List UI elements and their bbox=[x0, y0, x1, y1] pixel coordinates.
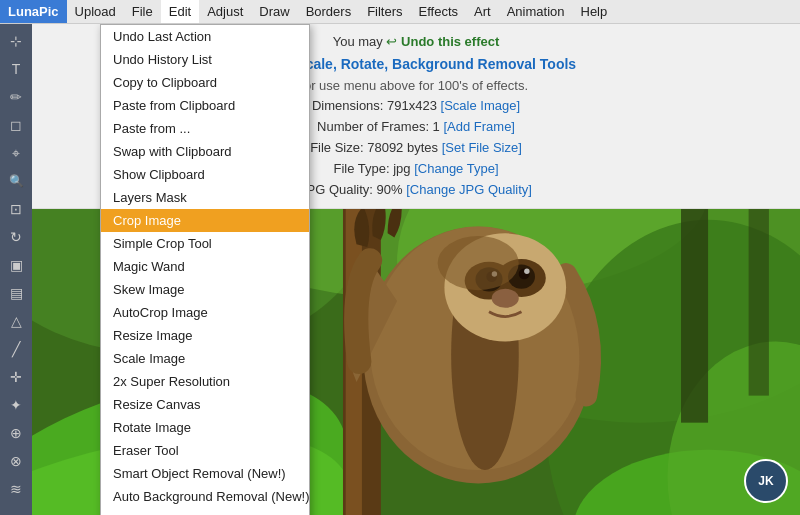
svg-rect-25 bbox=[681, 209, 708, 423]
edit-dropdown-menu: Undo Last Action Undo History List Copy … bbox=[100, 24, 310, 515]
menu-draw[interactable]: Draw bbox=[251, 0, 297, 23]
user-avatar[interactable]: JK bbox=[744, 459, 788, 503]
filetype-label: File Type: jpg bbox=[333, 161, 414, 176]
menu-auto-blur-bg[interactable]: Auto Blur Background (New!) bbox=[101, 508, 309, 515]
svg-point-21 bbox=[492, 289, 519, 308]
filesize-label: File Size: 78092 bytes bbox=[310, 140, 442, 155]
svg-rect-26 bbox=[749, 209, 769, 396]
quality-label: JPG Quality: 90% bbox=[300, 182, 406, 197]
menu-animation[interactable]: Animation bbox=[499, 0, 573, 23]
menu-resize-canvas[interactable]: Resize Canvas bbox=[101, 393, 309, 416]
line-tool-icon[interactable]: ╱ bbox=[3, 336, 29, 362]
menu-help[interactable]: Help bbox=[573, 0, 616, 23]
brush-tool-icon[interactable]: ✏ bbox=[3, 84, 29, 110]
app-logo[interactable]: LunaPic bbox=[0, 0, 67, 23]
undo-prefix: You may bbox=[333, 34, 387, 49]
sub-text: or use menu above for 100's of effects. bbox=[304, 78, 528, 93]
svg-point-22 bbox=[438, 236, 519, 290]
dimensions-link[interactable]: [Scale Image] bbox=[441, 98, 521, 113]
eraser-tool-icon[interactable]: ◻ bbox=[3, 112, 29, 138]
menu-paste-from[interactable]: Paste from ... bbox=[101, 117, 309, 140]
wand-tool-icon[interactable]: ✦ bbox=[3, 392, 29, 418]
menu-edit[interactable]: Edit bbox=[161, 0, 199, 23]
menu-art[interactable]: Art bbox=[466, 0, 499, 23]
menu-layers-mask[interactable]: Layers Mask bbox=[101, 186, 309, 209]
menu-autocrop[interactable]: AutoCrop Image bbox=[101, 301, 309, 324]
left-toolbar: ⊹ T ✏ ◻ ⌖ 🔍 ⊡ ↻ ▣ ▤ △ ╱ ✛ ✦ ⊕ ⊗ ≋ bbox=[0, 24, 32, 515]
select-tool-icon[interactable]: ⊹ bbox=[3, 28, 29, 54]
filesize-link[interactable]: [Set File Size] bbox=[442, 140, 522, 155]
menu-undo-history[interactable]: Undo History List bbox=[101, 48, 309, 71]
menu-simple-crop[interactable]: Simple Crop Tool bbox=[101, 232, 309, 255]
menu-bar: LunaPic Upload File Edit Adjust Draw Bor… bbox=[0, 0, 800, 24]
dimensions-label: Dimensions: 791x423 bbox=[312, 98, 441, 113]
main-area: ⊹ T ✏ ◻ ⌖ 🔍 ⊡ ↻ ▣ ▤ △ ╱ ✛ ✦ ⊕ ⊗ ≋ Undo L… bbox=[0, 24, 800, 515]
quality-link[interactable]: [Change JPG Quality] bbox=[406, 182, 532, 197]
heal-tool-icon[interactable]: ⊗ bbox=[3, 448, 29, 474]
crop-tool-icon[interactable]: ⊡ bbox=[3, 196, 29, 222]
eyedropper-tool-icon[interactable]: ⌖ bbox=[3, 140, 29, 166]
menu-auto-bg-removal[interactable]: Auto Background Removal (New!) bbox=[101, 485, 309, 508]
menu-crop-image[interactable]: Crop Image bbox=[101, 209, 309, 232]
smudge-tool-icon[interactable]: ≋ bbox=[3, 476, 29, 502]
svg-point-20 bbox=[524, 269, 529, 274]
menu-resize-image[interactable]: Resize Image bbox=[101, 324, 309, 347]
menu-show-clipboard[interactable]: Show Clipboard bbox=[101, 163, 309, 186]
menu-file[interactable]: File bbox=[124, 0, 161, 23]
menu-rotate-image[interactable]: Rotate Image bbox=[101, 416, 309, 439]
undo-link[interactable]: Undo this effect bbox=[401, 34, 499, 49]
rotate-tool-icon[interactable]: ↻ bbox=[3, 224, 29, 250]
content-area: Undo Last Action Undo History List Copy … bbox=[32, 24, 800, 515]
menu-super-resolution[interactable]: 2x Super Resolution bbox=[101, 370, 309, 393]
menu-smart-object[interactable]: Smart Object Removal (New!) bbox=[101, 462, 309, 485]
menu-eraser-tool[interactable]: Eraser Tool bbox=[101, 439, 309, 462]
zoom-tool-icon[interactable]: 🔍 bbox=[3, 168, 29, 194]
menu-effects[interactable]: Effects bbox=[411, 0, 467, 23]
text-tool-icon[interactable]: T bbox=[3, 56, 29, 82]
menu-scale-image[interactable]: Scale Image bbox=[101, 347, 309, 370]
menu-adjust[interactable]: Adjust bbox=[199, 0, 251, 23]
filetype-link[interactable]: [Change Type] bbox=[414, 161, 498, 176]
frames-label: Number of Frames: 1 bbox=[317, 119, 443, 134]
menu-paste-clipboard[interactable]: Paste from Clipboard bbox=[101, 94, 309, 117]
move-tool-icon[interactable]: ✛ bbox=[3, 364, 29, 390]
shapes-tool-icon[interactable]: △ bbox=[3, 308, 29, 334]
menu-magic-wand[interactable]: Magic Wand bbox=[101, 255, 309, 278]
undo-icon: ↩ bbox=[386, 34, 397, 49]
clone-tool-icon[interactable]: ⊕ bbox=[3, 420, 29, 446]
gradient-tool-icon[interactable]: ▤ bbox=[3, 280, 29, 306]
menu-skew-image[interactable]: Skew Image bbox=[101, 278, 309, 301]
menu-upload[interactable]: Upload bbox=[67, 0, 124, 23]
menu-undo-last[interactable]: Undo Last Action bbox=[101, 25, 309, 48]
menu-swap-clipboard[interactable]: Swap with Clipboard bbox=[101, 140, 309, 163]
menu-filters[interactable]: Filters bbox=[359, 0, 410, 23]
fill-tool-icon[interactable]: ▣ bbox=[3, 252, 29, 278]
frames-link[interactable]: [Add Frame] bbox=[443, 119, 515, 134]
menu-copy-clipboard[interactable]: Copy to Clipboard bbox=[101, 71, 309, 94]
menu-borders[interactable]: Borders bbox=[298, 0, 360, 23]
